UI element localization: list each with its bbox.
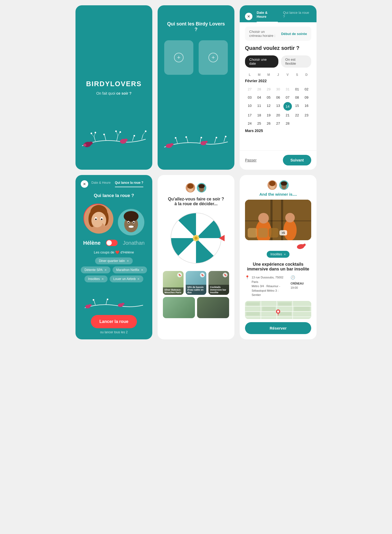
tag-remove-icon[interactable]: ✕ (101, 277, 104, 281)
tag-remove-icon[interactable]: ✕ (137, 277, 140, 281)
passer-button[interactable]: Passer (245, 158, 257, 162)
svg-point-56 (93, 299, 94, 301)
tag-insolites[interactable]: Insolites ✕ (84, 275, 108, 282)
cal-cell[interactable]: 17 (245, 112, 255, 119)
cal-cell[interactable]: 28 (283, 120, 292, 127)
svg-point-85 (258, 213, 269, 224)
location-icon: 📍 (245, 275, 250, 279)
helene-face-svg (84, 204, 113, 234)
svg-point-6 (103, 134, 105, 135)
tag-detente[interactable]: Détente SPA ✕ (81, 266, 110, 273)
tag-diner[interactable]: Diner quartier latin ✕ (95, 257, 132, 264)
tag-remove-icon[interactable]: ✕ (141, 268, 143, 272)
cal-cell[interactable]: 13 (273, 102, 283, 111)
close-button[interactable]: ✕ (245, 13, 252, 20)
activity-card-5[interactable] (197, 297, 229, 318)
cal-cell[interactable]: 26 (264, 120, 273, 127)
tab-lance-roue[interactable]: Qui lance la roue ? (283, 11, 311, 22)
cal-cell[interactable]: 12 (264, 102, 273, 111)
avatar-helene[interactable] (83, 204, 113, 233)
tagline-bold: ce soir ? (116, 91, 132, 95)
cal-cell[interactable]: 20 (273, 112, 283, 119)
svg-rect-102 (278, 312, 291, 316)
cal-cell[interactable]: 29 (264, 86, 273, 93)
lancer-roue-button[interactable]: Lancer la roue (91, 315, 137, 328)
info-creneau: 🕐 CRÉNEAU 19:00 (291, 275, 311, 297)
svg-point-51 (128, 222, 129, 223)
panel-splash: BIRDYLOVERS On fait quoi ce soir ? (75, 5, 152, 170)
cal-cell[interactable]: 16 (302, 102, 311, 111)
cal-week-1: 27 28 29 30 31 01 02 (245, 86, 311, 93)
cal-cell[interactable]: 19 (264, 112, 273, 119)
winner-image: +5 (245, 200, 311, 240)
add-player-2-icon[interactable]: + (208, 53, 218, 62)
cal-cell[interactable]: 31 (283, 86, 292, 93)
cal-cell[interactable]: 03 (245, 94, 255, 101)
activity-card-3[interactable]: 🔖 Cocktails immersive bar insolite (208, 271, 229, 295)
toggle-switch[interactable] (106, 240, 118, 246)
activity-card-2[interactable]: 🔖 SPA de bassin d'eau salée en duo (186, 271, 206, 295)
winner-image-overlay: +5 (248, 228, 287, 238)
cal-cell[interactable]: 02 (302, 86, 311, 93)
cal-cell[interactable]: 08 (292, 94, 302, 101)
close-button-4[interactable]: ✕ (81, 180, 88, 188)
date-opt-flexible[interactable]: On est flexible (281, 55, 311, 68)
tab-4-lance[interactable]: Qui lance la roue ? (115, 181, 143, 187)
tag-label: Louer un Airbnb (113, 277, 136, 281)
wheel-container[interactable] (170, 212, 222, 265)
metro-line: Métro 3/4 · Réaumur - Sébastopol Métro 3… (252, 284, 280, 296)
cal-cell[interactable]: 10 (245, 102, 255, 111)
svg-line-12 (132, 137, 134, 141)
date-opt-choisir[interactable]: Choisir une date (245, 55, 278, 68)
reserver-button[interactable]: Réserver (245, 322, 311, 334)
player-1-avatar-wrap (83, 204, 113, 235)
cal-cell[interactable]: 15 (292, 102, 302, 111)
wheel-svg[interactable] (170, 212, 222, 265)
avatar-jonathan[interactable] (118, 209, 144, 235)
cal-cell[interactable]: 04 (255, 94, 264, 101)
activity-card-4[interactable] (163, 297, 195, 318)
insolite-tag[interactable]: Insolites ✕ (267, 251, 289, 258)
cal-cell[interactable]: 28 (255, 86, 264, 93)
cal-cell (302, 120, 311, 127)
cal-cell[interactable]: 27 (245, 86, 255, 93)
tag-remove-icon[interactable]: ✕ (104, 268, 107, 272)
avatar-placeholder-1[interactable]: + (164, 40, 193, 75)
cal-cell[interactable]: 07 (283, 94, 292, 101)
svg-rect-99 (262, 307, 275, 311)
svg-point-75 (269, 181, 275, 186)
branch-svg-2 (162, 127, 230, 154)
cal-cell (292, 120, 302, 127)
activity-card-1[interactable]: 🔖 Dîner Bateaux-Mouches Paris (163, 271, 184, 295)
cal-cell-selected[interactable]: 14 (283, 102, 292, 111)
tag-airbnb[interactable]: Louer un Airbnb ✕ (110, 275, 144, 282)
cal-cell[interactable]: 18 (255, 112, 264, 119)
tag-marathon[interactable]: Marathon Netflix ✕ (113, 266, 147, 273)
cal-cell[interactable]: 06 (273, 94, 283, 101)
calendar-body: Choisir un créneau horaire : Début de so… (240, 22, 317, 150)
map-placeholder (245, 301, 311, 319)
cal-cell[interactable]: 25 (255, 120, 264, 127)
avatar-placeholder-2[interactable]: + (199, 40, 228, 75)
cal-cell[interactable]: 27 (273, 120, 283, 127)
cal-cell[interactable]: 24 (245, 120, 255, 127)
activity-grid: 🔖 Dîner Bateaux-Mouches Paris 🔖 SPA de b… (163, 271, 229, 295)
cal-cell[interactable]: 22 (292, 112, 302, 119)
tab-4-date[interactable]: Date & Heure (91, 181, 111, 187)
tag-x-icon[interactable]: ✕ (284, 253, 286, 256)
cal-cell[interactable]: 30 (273, 86, 283, 93)
tag-remove-icon[interactable]: ✕ (127, 259, 129, 263)
cal-cell[interactable]: 05 (264, 94, 273, 101)
cal-cell[interactable]: 23 (302, 112, 311, 119)
cal-cell[interactable]: 01 (292, 86, 302, 93)
tab-date-heure[interactable]: Date & Heure (257, 11, 278, 22)
add-player-1-icon[interactable]: + (174, 53, 184, 62)
suivant-button[interactable]: Suivant (283, 155, 311, 165)
cal-cell[interactable]: 21 (283, 112, 292, 119)
mini-avatar-2 (197, 183, 206, 192)
cal-cell[interactable]: 11 (255, 102, 264, 111)
player-2-name: Jonathan (123, 240, 145, 246)
svg-line-9 (118, 133, 120, 136)
cal-cell[interactable]: 09 (302, 94, 311, 101)
time-slot-row[interactable]: Choisir un créneau horaire : Début de so… (245, 27, 311, 41)
